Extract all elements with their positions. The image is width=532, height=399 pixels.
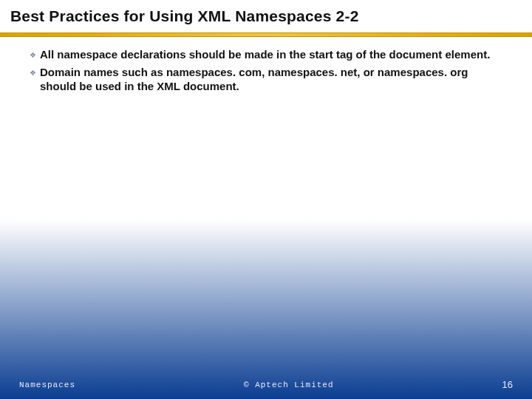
slide: Best Practices for Using XML Namespaces … xyxy=(0,0,532,399)
footer-topic: Namespaces xyxy=(19,381,75,389)
title-bar: Best Practices for Using XML Namespaces … xyxy=(0,0,532,37)
page-number: 16 xyxy=(502,379,513,390)
bullet-item: ❖ All namespace declarations should be m… xyxy=(30,47,502,62)
footer-copyright: © Aptech Limited xyxy=(75,381,502,389)
footer: Namespaces © Aptech Limited 16 xyxy=(0,379,532,390)
diamond-bullet-icon: ❖ xyxy=(30,50,40,61)
content-area: ❖ All namespace declarations should be m… xyxy=(30,47,502,97)
diamond-bullet-icon: ❖ xyxy=(30,68,40,78)
title-underline xyxy=(0,33,532,37)
bullet-text: Domain names such as namespaces. com, na… xyxy=(40,65,502,94)
slide-title: Best Practices for Using XML Namespaces … xyxy=(10,7,522,25)
bullet-text: All namespace declarations should be mad… xyxy=(40,47,490,62)
bullet-item: ❖ Domain names such as namespaces. com, … xyxy=(30,65,502,94)
